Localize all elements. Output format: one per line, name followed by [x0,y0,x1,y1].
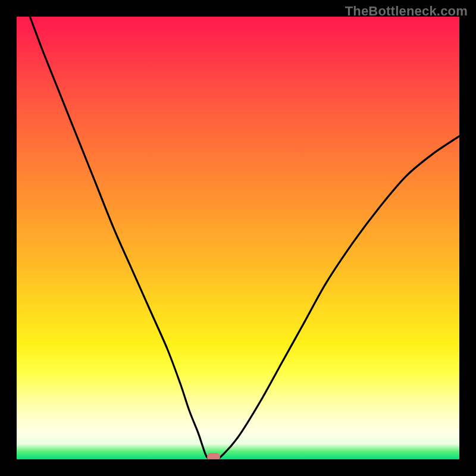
chart-frame: TheBottleneck.com [0,0,476,476]
minimum-marker [207,453,220,459]
bottleneck-curve [17,17,459,459]
plot-area [17,17,459,459]
